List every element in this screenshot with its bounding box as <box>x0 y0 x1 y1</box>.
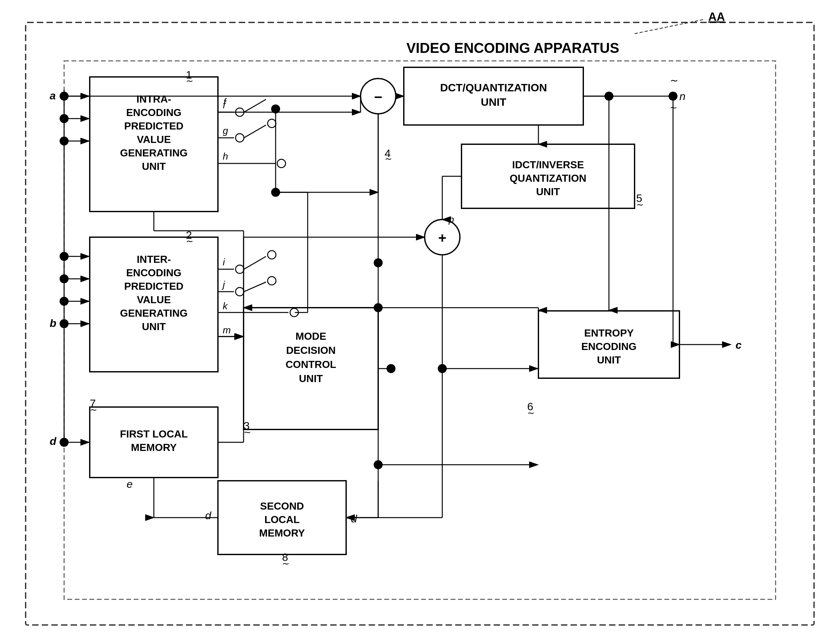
svg-text:LOCAL: LOCAL <box>264 514 300 525</box>
svg-point-257 <box>268 251 276 259</box>
svg-text:∼: ∼ <box>670 75 679 86</box>
svg-text:d: d <box>50 435 57 447</box>
svg-text:UNIT: UNIT <box>536 186 560 197</box>
svg-text:ENCODING: ENCODING <box>581 341 637 352</box>
svg-text:GENERATING: GENERATING <box>120 308 188 319</box>
svg-point-260 <box>236 287 244 296</box>
svg-text:INTER-: INTER- <box>137 253 171 265</box>
svg-text:∼: ∼ <box>282 559 290 569</box>
svg-point-252 <box>277 159 286 167</box>
svg-text:d: d <box>351 512 357 525</box>
svg-text:c: c <box>735 339 742 351</box>
svg-text:f: f <box>224 97 227 107</box>
svg-text:CONTROL: CONTROL <box>286 359 336 370</box>
svg-text:h: h <box>223 151 228 161</box>
svg-text:UNIT: UNIT <box>597 354 621 366</box>
svg-point-217 <box>60 114 69 123</box>
svg-text:UNIT: UNIT <box>299 373 323 384</box>
svg-text:IDCT/INVERSE: IDCT/INVERSE <box>512 159 584 171</box>
svg-text:+: + <box>438 230 446 246</box>
svg-text:k: k <box>223 301 228 311</box>
svg-text:g: g <box>223 125 228 136</box>
svg-text:∼: ∼ <box>186 236 193 246</box>
svg-text:PREDICTED: PREDICTED <box>124 120 183 132</box>
svg-text:a: a <box>50 89 56 101</box>
svg-point-223 <box>60 274 69 283</box>
svg-text:UNIT: UNIT <box>142 321 166 332</box>
svg-text:−: − <box>374 89 382 105</box>
svg-text:VALUE: VALUE <box>137 294 171 306</box>
svg-text:MEMORY: MEMORY <box>131 442 177 453</box>
svg-text:∼: ∼ <box>186 76 193 86</box>
svg-text:VALUE: VALUE <box>137 134 171 145</box>
svg-text:i: i <box>223 257 225 267</box>
svg-point-255 <box>236 265 244 274</box>
svg-text:e: e <box>127 478 133 490</box>
svg-text:ENCODING: ENCODING <box>126 267 182 279</box>
svg-point-230 <box>60 438 69 447</box>
svg-line-261 <box>244 282 266 292</box>
svg-text:AA: AA <box>708 10 725 23</box>
svg-text:ENTROPY: ENTROPY <box>584 327 634 339</box>
svg-text:PREDICTED: PREDICTED <box>124 280 183 292</box>
svg-point-249 <box>268 119 276 127</box>
svg-point-247 <box>236 134 244 142</box>
svg-text:DECISION: DECISION <box>286 345 336 356</box>
svg-text:p: p <box>448 214 454 225</box>
svg-text:n: n <box>679 90 686 102</box>
svg-text:DCT/QUANTIZATION: DCT/QUANTIZATION <box>440 81 547 93</box>
svg-line-243 <box>244 99 266 112</box>
svg-text:d: d <box>205 509 211 522</box>
svg-text:ENCODING: ENCODING <box>126 107 182 118</box>
svg-text:m: m <box>223 325 231 335</box>
svg-text:b: b <box>50 317 56 329</box>
svg-text:GENERATING: GENERATING <box>120 147 188 159</box>
svg-text:FIRST LOCAL: FIRST LOCAL <box>120 428 188 440</box>
svg-text:∼: ∼ <box>90 405 97 415</box>
svg-point-262 <box>268 277 276 285</box>
svg-point-219 <box>60 137 69 145</box>
svg-text:∼: ∼ <box>636 200 644 209</box>
svg-point-221 <box>60 252 69 261</box>
svg-point-227 <box>60 319 69 328</box>
svg-text:INTRA-: INTRA- <box>137 93 171 105</box>
svg-text:QUANTIZATION: QUANTIZATION <box>510 172 586 184</box>
svg-text:∼: ∼ <box>385 154 392 164</box>
svg-point-225 <box>60 297 69 306</box>
svg-line-248 <box>244 125 266 138</box>
svg-text:MODE: MODE <box>296 330 326 342</box>
svg-text:∼: ∼ <box>244 427 251 437</box>
svg-text:∼: ∼ <box>527 408 534 418</box>
svg-text:MEMORY: MEMORY <box>259 527 305 539</box>
svg-text:UNIT: UNIT <box>481 96 506 108</box>
svg-text:UNIT: UNIT <box>142 161 166 172</box>
svg-text:j: j <box>222 279 225 290</box>
svg-text:SECOND: SECOND <box>260 500 304 512</box>
svg-line-167 <box>634 19 705 34</box>
svg-text:VIDEO ENCODING APPARATUS: VIDEO ENCODING APPARATUS <box>406 40 619 56</box>
svg-line-256 <box>244 256 266 269</box>
